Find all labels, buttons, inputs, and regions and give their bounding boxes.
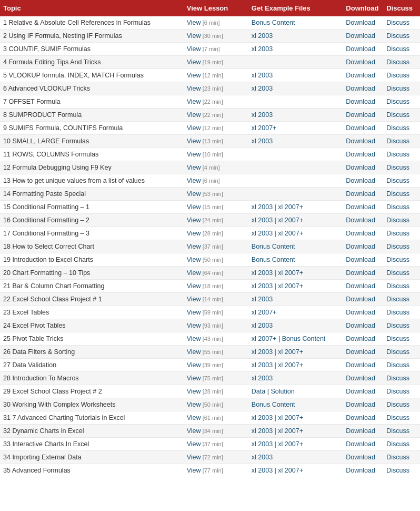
discuss-cell[interactable]: Discuss	[383, 95, 420, 109]
view-link[interactable]: View	[187, 151, 201, 158]
file-link[interactable]: xl 2003	[252, 322, 273, 329]
discuss-cell[interactable]: Discuss	[383, 69, 420, 82]
download-link[interactable]: Download	[346, 467, 375, 474]
download-cell[interactable]: Download	[343, 398, 383, 411]
file-link[interactable]: xl 2003	[252, 137, 273, 145]
view-lesson-cell[interactable]: View [93 min]	[184, 319, 248, 332]
files-cell[interactable]: Bonus Content	[248, 253, 343, 267]
view-link[interactable]: View	[187, 243, 201, 250]
discuss-link[interactable]: Discuss	[386, 85, 409, 92]
download-link[interactable]: Download	[346, 322, 375, 329]
download-cell[interactable]: Download	[343, 411, 383, 425]
file-link[interactable]: xl 2007+	[278, 203, 303, 211]
discuss-link[interactable]: Discuss	[386, 124, 409, 132]
files-cell[interactable]: xl 2003	[248, 319, 343, 332]
download-link[interactable]: Download	[346, 151, 375, 158]
view-lesson-cell[interactable]: View [18 min]	[184, 280, 248, 293]
view-lesson-cell[interactable]: View [43 min]	[184, 332, 248, 346]
view-link[interactable]: View	[187, 414, 201, 421]
files-cell[interactable]: Data | Solution	[248, 385, 343, 398]
download-cell[interactable]: Download	[343, 69, 383, 82]
download-cell[interactable]: Download	[343, 148, 383, 161]
view-link[interactable]: View	[187, 427, 201, 435]
download-link[interactable]: Download	[346, 111, 375, 119]
download-link[interactable]: Download	[346, 45, 375, 53]
download-link[interactable]: Download	[346, 203, 375, 211]
files-cell[interactable]: xl 2003	[248, 30, 343, 43]
download-cell[interactable]: Download	[343, 227, 383, 240]
download-link[interactable]: Download	[346, 137, 375, 145]
download-cell[interactable]: Download	[343, 385, 383, 398]
download-cell[interactable]: Download	[343, 451, 383, 464]
file-link[interactable]: xl 2007+	[252, 309, 277, 316]
discuss-link[interactable]: Discuss	[386, 467, 409, 474]
download-cell[interactable]: Download	[343, 267, 383, 280]
discuss-link[interactable]: Discuss	[386, 454, 409, 461]
download-cell[interactable]: Download	[343, 95, 383, 109]
download-link[interactable]: Download	[346, 32, 375, 40]
download-link[interactable]: Download	[346, 309, 375, 316]
download-cell[interactable]: Download	[343, 122, 383, 135]
discuss-link[interactable]: Discuss	[386, 58, 409, 66]
file-link[interactable]: xl 2003	[252, 85, 273, 92]
view-link[interactable]: View	[187, 164, 201, 171]
view-link[interactable]: View	[187, 230, 201, 237]
download-cell[interactable]: Download	[343, 425, 383, 438]
view-lesson-cell[interactable]: View [22 min]	[184, 95, 248, 109]
file-link[interactable]: xl 2007+	[278, 361, 303, 369]
view-link[interactable]: View	[187, 454, 201, 461]
discuss-cell[interactable]: Discuss	[383, 161, 420, 174]
discuss-cell[interactable]: Discuss	[383, 319, 420, 332]
files-cell[interactable]: Bonus Content	[248, 240, 343, 253]
discuss-cell[interactable]: Discuss	[383, 109, 420, 122]
discuss-link[interactable]: Discuss	[386, 72, 409, 79]
download-link[interactable]: Download	[346, 401, 375, 408]
download-cell[interactable]: Download	[343, 240, 383, 253]
discuss-cell[interactable]: Discuss	[383, 332, 420, 346]
discuss-link[interactable]: Discuss	[386, 137, 409, 145]
discuss-cell[interactable]: Discuss	[383, 148, 420, 161]
file-link[interactable]: xl 2003	[252, 361, 273, 369]
view-lesson-cell[interactable]: View [50 min]	[184, 253, 248, 267]
download-link[interactable]: Download	[346, 269, 375, 277]
discuss-cell[interactable]: Discuss	[383, 188, 420, 201]
view-lesson-cell[interactable]: View [28 min]	[184, 385, 248, 398]
file-link[interactable]: xl 2007+	[278, 269, 303, 277]
download-link[interactable]: Download	[346, 454, 375, 461]
discuss-cell[interactable]: Discuss	[383, 43, 420, 56]
download-cell[interactable]: Download	[343, 293, 383, 306]
files-cell[interactable]: xl 2003 | xl 2007+	[248, 214, 343, 227]
view-link[interactable]: View	[187, 203, 201, 211]
file-link[interactable]: xl 2007+	[278, 282, 303, 290]
discuss-link[interactable]: Discuss	[386, 19, 409, 26]
file-link[interactable]: xl 2007+	[278, 230, 303, 237]
discuss-cell[interactable]: Discuss	[383, 438, 420, 451]
discuss-link[interactable]: Discuss	[386, 375, 409, 382]
view-link[interactable]: View	[187, 85, 201, 92]
view-lesson-cell[interactable]: View [14 min]	[184, 293, 248, 306]
discuss-cell[interactable]: Discuss	[383, 359, 420, 372]
file-link[interactable]: xl 2003	[252, 414, 273, 421]
discuss-cell[interactable]: Discuss	[383, 214, 420, 227]
download-cell[interactable]: Download	[343, 56, 383, 69]
download-cell[interactable]: Download	[343, 135, 383, 148]
discuss-cell[interactable]: Discuss	[383, 267, 420, 280]
file-link[interactable]: xl 2003	[252, 375, 273, 382]
discuss-link[interactable]: Discuss	[386, 98, 409, 105]
download-link[interactable]: Download	[346, 348, 375, 356]
file-link[interactable]: xl 2003	[252, 45, 273, 53]
view-link[interactable]: View	[187, 124, 201, 132]
discuss-cell[interactable]: Discuss	[383, 280, 420, 293]
view-link[interactable]: View	[187, 388, 201, 395]
file-link[interactable]: Data	[252, 388, 265, 395]
view-link[interactable]: View	[187, 98, 201, 105]
view-link[interactable]: View	[187, 401, 201, 408]
file-link[interactable]: xl 2007+	[278, 348, 303, 356]
file-link[interactable]: xl 2007+	[278, 217, 303, 224]
download-link[interactable]: Download	[346, 72, 375, 79]
file-link[interactable]: xl 2003	[252, 32, 273, 40]
view-lesson-cell[interactable]: View [55 min]	[184, 346, 248, 359]
file-link[interactable]: xl 2003	[252, 296, 273, 303]
download-link[interactable]: Download	[346, 243, 375, 250]
file-link[interactable]: xl 2007+	[278, 440, 303, 448]
